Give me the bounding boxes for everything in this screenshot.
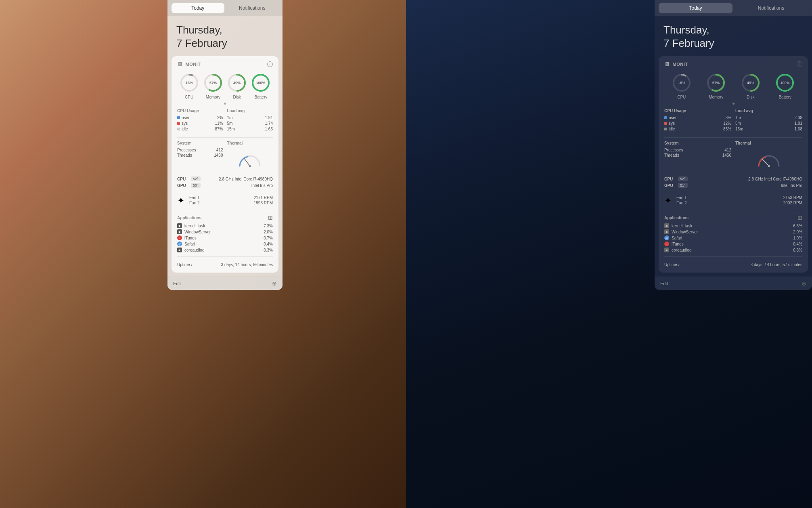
svg-text:57%: 57%	[209, 81, 217, 85]
app-icon-itunes-left: ♪	[177, 235, 182, 240]
tab-notifications-right[interactable]: Notifications	[734, 3, 808, 13]
bottom-icon-left: ⊕	[272, 280, 277, 287]
uptime-value-left: 3 days, 14 hours, 56 minutes	[194, 262, 273, 267]
tab-bar-right: Today Notifications	[655, 0, 812, 16]
svg-line-26	[762, 159, 769, 166]
app-name-kernel-right: kernel_task	[672, 224, 788, 228]
stats-section-right: CPU Usage user 3% sys 12% idle	[664, 109, 802, 132]
uptime-row-right: Uptime › 3 days, 14 hours, 57 minutes	[664, 260, 802, 268]
edit-button-right[interactable]: Edit	[660, 281, 668, 286]
dot-user-right	[664, 116, 667, 119]
circle-svg-cpu-left: 13%	[179, 72, 200, 93]
cpu-usage-col-right: CPU Usage user 3% sys 12% idle	[664, 109, 731, 132]
stat-sys-right: sys 12%	[664, 121, 731, 126]
fan-data-right: Fan 12153 RPM Fan 22002 RPM	[676, 195, 802, 206]
sys-threads-right: Threads1456	[664, 153, 731, 157]
date-line1-right: Thursday,	[663, 23, 803, 37]
date-line2-left: 7 February	[176, 37, 274, 50]
fan2-row-right: Fan 22002 RPM	[676, 201, 802, 205]
value-idle-right: 85%	[722, 127, 731, 131]
dot-user-left	[177, 116, 180, 119]
thermal-col-left: Thermal	[227, 141, 273, 168]
tab-today-right[interactable]: Today	[659, 3, 732, 13]
monit-icon-right: 🖥	[664, 61, 670, 67]
divider1-left	[177, 137, 273, 138]
widget-card-right: 🖥 MONIT i 16% CPU 57%	[659, 56, 808, 273]
info-icon-left[interactable]: i	[267, 61, 273, 67]
dot-indicator-left	[177, 103, 273, 105]
label-user-right: user	[669, 115, 678, 120]
cpu-temp-left: 52°	[191, 176, 201, 181]
value-sys-right: 12%	[722, 121, 731, 126]
circle-label-cpu-right: CPU	[677, 95, 686, 99]
app-row-itunes-right: ♪ iTunes 0.4%	[664, 241, 802, 246]
label-sys-left: sys	[182, 121, 190, 126]
fan-section-right: ✦ Fan 12153 RPM Fan 22002 RPM	[664, 195, 802, 206]
svg-point-13	[249, 165, 251, 167]
app-row-itunes-left: ♪ iTunes 0.7%	[177, 235, 273, 240]
thermal-title-left: Thermal	[227, 141, 273, 145]
load-1m-left: 1m1.91	[227, 115, 273, 120]
app-name-kernel-left: kernel_task	[184, 224, 258, 228]
divider2-right	[664, 173, 802, 173]
thermal-title-right: Thermal	[735, 141, 802, 145]
app-icon-coreaudio-right: ■	[664, 248, 669, 252]
widget-card-left: 🖥 MONIT i 13% CPU 57%	[172, 56, 278, 273]
app-row-windowserver-left: ■ WindowServer 2.0%	[177, 229, 273, 234]
circle-memory-left: 57% Memory	[203, 72, 224, 99]
fan1-row-right: Fan 12153 RPM	[676, 195, 802, 200]
circle-cpu-left: 13% CPU	[179, 72, 200, 99]
dot-right	[732, 103, 735, 105]
sys-threads-left: Threads1430	[177, 153, 223, 157]
edit-button-left[interactable]: Edit	[173, 281, 181, 286]
fan-data-left: Fan 12171 RPM Fan 21993 RPM	[189, 195, 273, 206]
monit-icon-left: 🖥	[177, 61, 183, 67]
dot-sys-right	[664, 122, 667, 125]
cpu-usage-title-right: CPU Usage	[664, 109, 731, 113]
load-1m-right: 1m2.08	[735, 115, 802, 120]
load-15m-left: 15m1.65	[227, 127, 273, 131]
divider4-right	[664, 211, 802, 211]
date-line2-right: 7 February	[663, 37, 803, 50]
circle-svg-disk-right: 49%	[740, 72, 761, 93]
date-heading-left: Thursday, 7 February	[167, 16, 283, 56]
cpu-spec-left: 2.8 GHz Intel Core i7-4980HQ	[203, 177, 273, 181]
info-icon-right[interactable]: i	[797, 61, 802, 67]
tab-notifications-left[interactable]: Notifications	[226, 3, 279, 13]
cpu-label-right: CPU	[664, 177, 676, 181]
tab-bar-left: Today Notifications	[167, 0, 283, 16]
app-name-windowserver-left: WindowServer	[184, 230, 258, 234]
app-icon-kernel-right: ■	[664, 223, 669, 228]
widget-header-left: 🖥 MONIT i	[177, 61, 273, 67]
app-name-safari-right: Safari	[672, 236, 788, 240]
app-icon-safari-left: ◎	[177, 241, 182, 246]
app-name-safari-left: Safari	[184, 242, 258, 246]
cpu-temp-right: 52°	[678, 176, 688, 181]
date-heading-right: Thursday, 7 February	[655, 16, 812, 56]
tab-today-left[interactable]: Today	[172, 3, 224, 13]
app-name-itunes-left: iTunes	[184, 236, 258, 240]
circle-svg-memory-left: 57%	[203, 72, 224, 93]
uptime-value-right: 3 days, 14 hours, 57 minutes	[681, 262, 802, 267]
circle-svg-battery-right: 100%	[774, 72, 795, 93]
fan1-row-left: Fan 12171 RPM	[189, 195, 273, 200]
cpu-label-left: CPU	[177, 177, 188, 181]
svg-text:16%: 16%	[678, 81, 685, 85]
circle-svg-battery-left: 100%	[250, 72, 271, 93]
svg-text:49%: 49%	[233, 81, 241, 85]
widget-header-right: 🖥 MONIT i	[664, 61, 802, 67]
fan-icon-right: ✦	[664, 195, 672, 206]
label-idle-right: idle	[669, 127, 678, 131]
value-sys-left: 11%	[214, 121, 223, 126]
stat-sys-left: sys 11%	[177, 121, 223, 126]
app-pct-windowserver-right: 2.0%	[790, 230, 802, 234]
svg-text:100%: 100%	[256, 81, 266, 85]
load-15m-right: 15m1.68	[735, 127, 802, 131]
load-5m-left: 5m1.74	[227, 121, 273, 126]
svg-text:57%: 57%	[712, 81, 720, 85]
sys-title-left: System	[177, 141, 223, 145]
svg-point-27	[768, 165, 770, 167]
gpu-row-right: GPU 51° Intel Iris Pro	[664, 183, 802, 188]
app-pct-kernel-left: 7.3%	[261, 224, 273, 228]
divider4-left	[177, 211, 273, 211]
